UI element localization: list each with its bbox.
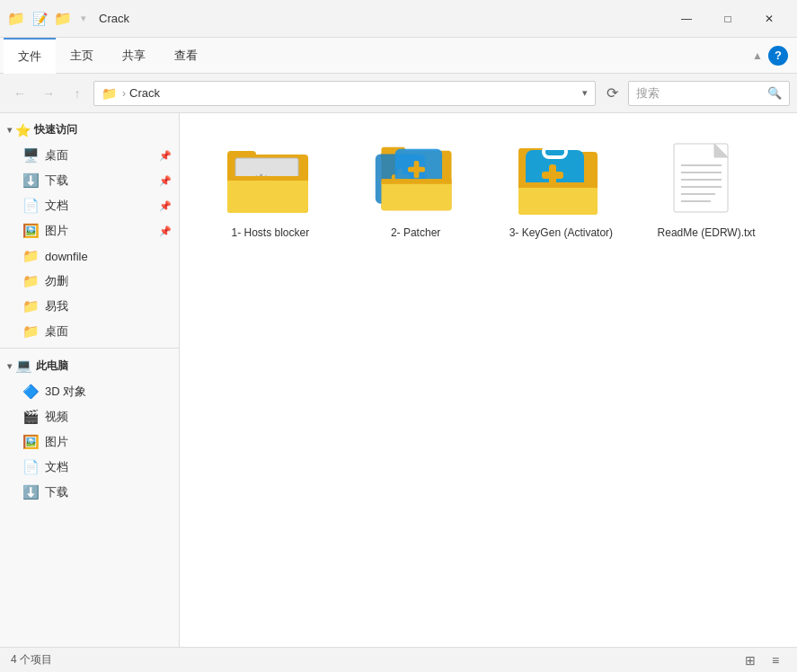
sidebar-item-docs[interactable]: 📄 文档 📌 — [0, 193, 179, 218]
sidebar-item-downloads-label: 下载 — [45, 484, 68, 500]
sidebar-item-video-label: 视频 — [45, 409, 68, 425]
back-button[interactable]: ← — [7, 81, 32, 106]
search-placeholder: 搜索 — [636, 85, 660, 102]
sidebar-item-desktop2[interactable]: 📁 桌面 — [0, 319, 179, 344]
file-item-hosts-blocker[interactable]: ⚙ ⚙ 1- Hosts blocker — [207, 131, 334, 248]
status-bar: 4 个项目 ⊞ ≡ — [0, 647, 797, 672]
readme-icon — [661, 140, 751, 221]
download-icon: ⬇️ — [22, 172, 40, 190]
sidebar-item-docs-label: 文档 — [45, 198, 68, 214]
main-content: ▾ ⭐ 快速访问 🖥️ 桌面 📌 ⬇️ 下载 📌 📄 文档 📌 🖼️ 图片 📌 … — [0, 113, 797, 647]
sidebar-item-pictures-label: 图片 — [45, 434, 68, 450]
ribbon: 文件 主页 共享 查看 ▲ ? — [0, 38, 797, 74]
text-file-svg — [670, 140, 742, 221]
file-item-readme[interactable]: ReadMe (EDRW).txt — [642, 131, 770, 248]
quick-access-label: 快速访问 — [34, 122, 77, 137]
address-folder-icon: 📁 — [102, 86, 117, 101]
address-input[interactable]: 📁 › Crack ▾ — [93, 81, 596, 106]
sidebar-item-video[interactable]: 🎬 视频 — [0, 404, 179, 429]
sidebar-item-yiwo[interactable]: 📁 易我 — [0, 294, 179, 319]
ribbon-tab-home[interactable]: 主页 — [56, 38, 108, 74]
sidebar-item-downloads[interactable]: ⬇️ 下载 — [0, 480, 179, 505]
sidebar-item-yiwo-label: 易我 — [45, 298, 68, 314]
this-pc-chevron: ▾ — [7, 361, 12, 371]
pin-icon-docs: 📌 — [159, 200, 172, 212]
folder-settings-svg: ⚙ ⚙ — [227, 144, 313, 217]
sidebar: ▾ ⭐ 快速访问 🖥️ 桌面 📌 ⬇️ 下载 📌 📄 文档 📌 🖼️ 图片 📌 … — [0, 113, 180, 647]
svg-rect-6 — [227, 176, 308, 181]
minimize-button[interactable]: — — [666, 5, 707, 32]
view-icons: ⊞ ≡ — [739, 650, 786, 670]
title-bar: 📁 📝 📁 ▾ Crack — □ ✕ — [0, 0, 797, 38]
folder-icon-tb2: 📁 — [54, 10, 72, 28]
address-bar: ← → ↑ 📁 › Crack ▾ ⟳ 搜索 🔍 — [0, 74, 797, 113]
folder-yiwo-icon: 📁 — [22, 297, 40, 315]
folder-keygen-svg — [518, 141, 604, 220]
ribbon-tab-file[interactable]: 文件 — [4, 38, 56, 74]
sidebar-this-pc-header[interactable]: ▾ 💻 此电脑 — [0, 352, 179, 379]
hosts-blocker-icon: ⚙ ⚙ — [226, 140, 315, 221]
sidebar-item-downfile[interactable]: 📁 downfile — [0, 243, 179, 269]
pin-icon-desktop: 📌 — [159, 150, 172, 162]
grid-view-button[interactable]: ⊞ — [739, 650, 761, 670]
folder-downfile-icon: 📁 — [22, 247, 40, 265]
list-view-button[interactable]: ≡ — [765, 650, 786, 670]
file-area: ⚙ ⚙ 1- Hosts blocker — [180, 113, 797, 647]
search-icon: 🔍 — [767, 86, 782, 100]
search-box[interactable]: 搜索 🔍 — [628, 81, 790, 106]
address-path-text: Crack — [129, 86, 160, 100]
quick-access-chevron: ▾ — [7, 125, 12, 135]
svg-rect-16 — [381, 179, 451, 184]
downloads-icon: ⬇️ — [22, 483, 40, 501]
title-bar-icons: 📁 📝 📁 ▾ — [7, 10, 90, 28]
patcher-icon — [371, 140, 461, 221]
sidebar-item-download[interactable]: ⬇️ 下载 📌 — [0, 168, 179, 193]
item-count: 4 个项目 — [11, 652, 52, 668]
documents-icon: 📄 — [22, 458, 40, 476]
sidebar-item-3d[interactable]: 🔷 3D 对象 — [0, 379, 179, 404]
file-item-patcher[interactable]: 2- Patcher — [352, 131, 480, 248]
sidebar-item-documents[interactable]: 📄 文档 — [0, 455, 179, 480]
hosts-blocker-label: 1- Hosts blocker — [232, 226, 310, 241]
address-arrow: › — [122, 87, 126, 100]
svg-rect-14 — [413, 161, 419, 178]
quick-access-star-icon: ⭐ — [15, 123, 31, 137]
ribbon-tab-view[interactable]: 查看 — [160, 38, 212, 74]
pin-icon-download: 📌 — [159, 175, 172, 187]
sidebar-item-documents-label: 文档 — [45, 459, 68, 475]
address-chevron: ▾ — [582, 87, 588, 99]
note-icon-tb: 📝 — [31, 10, 49, 28]
up-button[interactable]: ↑ — [65, 81, 90, 106]
folder-icon-tb: 📁 — [7, 10, 25, 28]
this-pc-icon: 💻 — [15, 358, 32, 374]
sidebar-item-desktop-label: 桌面 — [45, 147, 68, 164]
pin-icon-images: 📌 — [159, 225, 172, 237]
window-title: Crack — [99, 12, 666, 25]
sidebar-quick-access-header[interactable]: ▾ ⭐ 快速访问 — [0, 117, 179, 143]
svg-rect-23 — [518, 184, 598, 215]
ribbon-tab-share[interactable]: 共享 — [108, 38, 160, 74]
window-controls: — □ ✕ — [666, 5, 790, 32]
forward-button[interactable]: → — [36, 81, 61, 106]
svg-rect-24 — [518, 182, 598, 188]
sidebar-item-3d-label: 3D 对象 — [45, 384, 86, 400]
images-icon: 🖼️ — [22, 222, 40, 240]
maximize-button[interactable]: □ — [707, 5, 748, 32]
readme-label: ReadMe (EDRW).txt — [658, 226, 756, 241]
sidebar-item-downfile-label: downfile — [45, 250, 88, 263]
ribbon-expand-icon[interactable]: ▲ — [752, 49, 763, 62]
svg-rect-15 — [381, 181, 451, 210]
help-button[interactable]: ? — [768, 46, 788, 66]
sidebar-item-download-label: 下载 — [45, 172, 68, 189]
refresh-button[interactable]: ⟳ — [599, 81, 624, 106]
sidebar-item-wushan-label: 勿删 — [45, 273, 68, 289]
folder-wushan-icon: 📁 — [22, 272, 40, 290]
sidebar-item-desktop2-label: 桌面 — [45, 323, 68, 340]
docs-icon: 📄 — [22, 197, 40, 215]
sidebar-item-wushan[interactable]: 📁 勿删 — [0, 269, 179, 294]
sidebar-item-images[interactable]: 🖼️ 图片 📌 — [0, 218, 179, 243]
file-item-keygen[interactable]: 3- KeyGen (Activator) — [498, 131, 625, 248]
close-button[interactable]: ✕ — [748, 5, 790, 32]
sidebar-item-pictures[interactable]: 🖼️ 图片 — [0, 429, 179, 455]
sidebar-item-desktop[interactable]: 🖥️ 桌面 📌 — [0, 143, 179, 168]
